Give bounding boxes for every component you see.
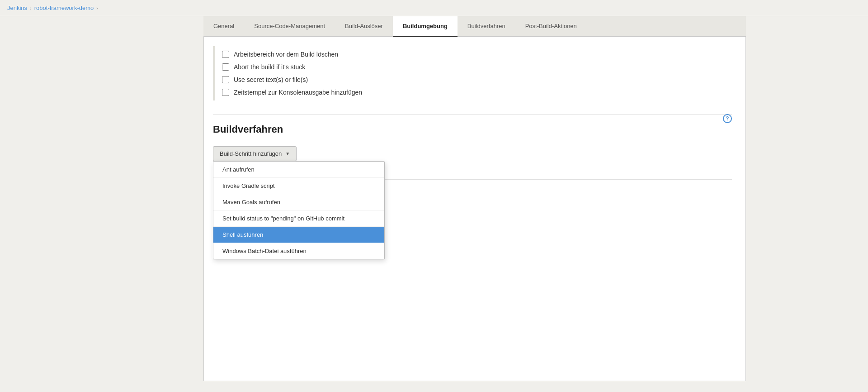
breadcrumb-jenkins[interactable]: Jenkins bbox=[7, 5, 27, 11]
tab-buildverfahren[interactable]: Buildverfahren bbox=[458, 16, 515, 37]
tab-scm[interactable]: Source-Code-Management bbox=[244, 16, 335, 37]
build-step-menu: Ant aufrufen Invoke Gradle script Maven … bbox=[213, 161, 385, 259]
checkbox-label-3[interactable]: Use secret text(s) or file(s) bbox=[234, 76, 308, 83]
menu-item-ant[interactable]: Ant aufrufen bbox=[213, 162, 384, 178]
checkbox-item-4: Zeitstempel zur Konsolenausgabe hinzufüg… bbox=[222, 89, 732, 96]
checkbox-delete-workspace[interactable] bbox=[222, 51, 229, 58]
checkbox-label-2[interactable]: Abort the build if it's stuck bbox=[234, 63, 305, 71]
panel-content: Arbeitsbereich vor dem Build löschen Abo… bbox=[203, 37, 746, 381]
checkbox-label-4[interactable]: Zeitstempel zur Konsolenausgabe hinzufüg… bbox=[234, 89, 362, 96]
separator-1: › bbox=[30, 5, 32, 11]
section-heading-buildverfahren: Buildverfahren bbox=[213, 124, 732, 135]
menu-item-gradle[interactable]: Invoke Gradle script bbox=[213, 178, 384, 194]
add-build-step-button[interactable]: Build-Schritt hinzufügen ▼ bbox=[213, 146, 297, 161]
tab-build-env[interactable]: Buildumgebung bbox=[393, 16, 458, 37]
checkbox-item-1: Arbeitsbereich vor dem Build löschen bbox=[222, 51, 732, 58]
separator-2: › bbox=[96, 5, 98, 11]
menu-item-maven[interactable]: Maven Goals aufrufen bbox=[213, 194, 384, 210]
tab-post-build[interactable]: Post-Build-Aktionen bbox=[515, 16, 587, 37]
checkbox-secret-text[interactable] bbox=[222, 76, 229, 83]
help-icon[interactable]: ? bbox=[723, 114, 732, 123]
tab-general[interactable]: General bbox=[203, 16, 244, 37]
chevron-down-icon: ▼ bbox=[285, 151, 290, 156]
tabs-bar: General Source-Code-Management Build-Aus… bbox=[203, 16, 746, 37]
main-content: General Source-Code-Management Build-Aus… bbox=[122, 16, 746, 381]
breadcrumb-project[interactable]: robot-framework-demo bbox=[34, 5, 94, 11]
checkbox-abort-stuck[interactable] bbox=[222, 63, 229, 71]
menu-item-shell[interactable]: Shell ausführen bbox=[213, 227, 384, 243]
checkbox-label-1[interactable]: Arbeitsbereich vor dem Build löschen bbox=[234, 51, 338, 58]
checkbox-item-2: Abort the build if it's stuck bbox=[222, 63, 732, 71]
divider-1 bbox=[213, 114, 732, 115]
tab-build-trigger[interactable]: Build-Auslöser bbox=[335, 16, 393, 37]
checkbox-timestamp[interactable] bbox=[222, 89, 229, 96]
checkbox-item-3: Use secret text(s) or file(s) bbox=[222, 76, 732, 83]
checkbox-group: Arbeitsbereich vor dem Build löschen Abo… bbox=[213, 46, 732, 100]
menu-item-windows[interactable]: Windows Batch-Datei ausführen bbox=[213, 243, 384, 259]
dropdown-add-build-step: Build-Schritt hinzufügen ▼ Ant aufrufen … bbox=[213, 146, 297, 161]
topbar: Jenkins › robot-framework-demo › bbox=[0, 0, 868, 16]
dropdown-button-label: Build-Schritt hinzufügen bbox=[220, 150, 282, 157]
menu-item-github[interactable]: Set build status to "pending" on GitHub … bbox=[213, 210, 384, 227]
